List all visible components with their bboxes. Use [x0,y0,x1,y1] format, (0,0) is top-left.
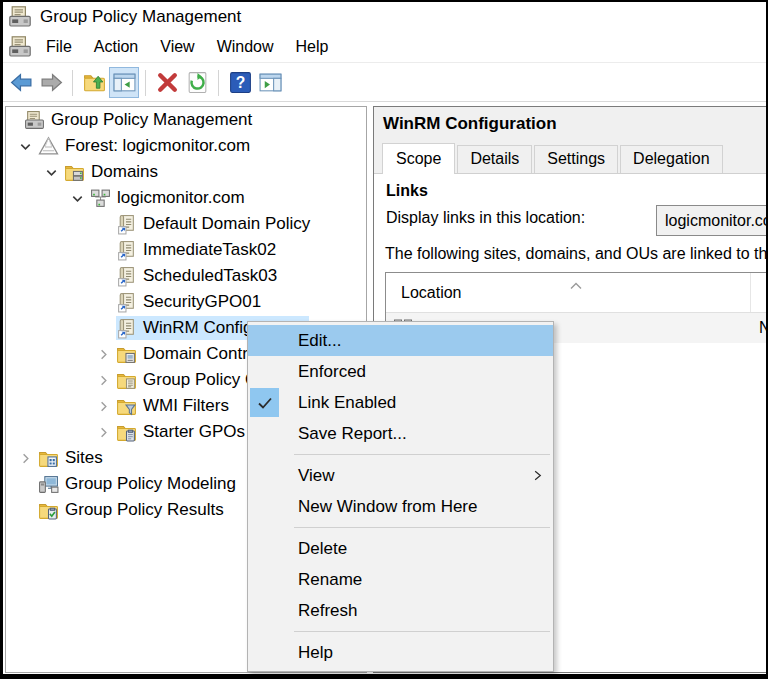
menu-item-label: Rename [298,570,553,590]
tree-item-content: Group Policy Results [38,498,228,522]
refresh-icon [185,70,210,95]
tree-item-logicmonitor-com[interactable]: logicmonitor.com [6,185,366,211]
toolbar-separator [218,70,219,96]
chevron-right-icon[interactable] [90,367,116,393]
tree-item-label: Sites [65,448,103,468]
menu-item-label: View [298,466,530,486]
checked-indicator [248,387,294,418]
tree-item-label: Group Policy Results [65,500,224,520]
tree-item-default-domain-policy[interactable]: Default Domain Policy [6,211,366,237]
gpo-icon [116,292,137,313]
chevron-down-icon[interactable] [12,133,38,159]
linked-items-caption: The following sites, domains, and OUs ar… [385,245,768,263]
location-dropdown[interactable]: logicmonitor.com [656,205,768,236]
menu-item-label: Enforced [298,362,553,382]
menu-item-help[interactable]: Help [248,637,553,668]
gpo-icon [116,318,137,339]
window-title: Group Policy Management [40,7,241,27]
tree-item-label: logicmonitor.com [117,188,245,208]
menu-item-refresh[interactable]: Refresh [248,595,553,626]
menu-bar: FileActionViewWindowHelp [3,32,766,63]
forest-icon [38,136,59,157]
tree-item-content: Group Policy Modeling [38,472,240,496]
menu-item-label: New Window from Here [298,497,553,517]
chevron-down-icon[interactable] [64,185,90,211]
menu-item-new-window-from-here[interactable]: New Window from Here [248,491,553,522]
menu-item-link-enabled[interactable]: Link Enabled [248,387,553,418]
menu-item-rename[interactable]: Rename [248,564,553,595]
tree-item-securitygpo01[interactable]: SecurityGPO01 [6,289,366,315]
tree-item-label: ScheduledTask03 [143,266,277,286]
console-tree-icon [112,70,137,95]
tab-scope[interactable]: Scope [382,143,455,174]
menu-item-gutter [248,491,294,522]
tab-details[interactable]: Details [457,145,532,173]
menu-item-gutter [248,533,294,564]
chevron-right-icon[interactable] [90,341,116,367]
help-icon: ? [228,70,253,95]
chevron-down-icon[interactable] [38,159,64,185]
menu-item-view[interactable]: View [248,460,553,491]
chevron-slot [12,471,38,497]
menu-item-delete[interactable]: Delete [248,533,553,564]
delete-button[interactable] [152,67,182,98]
sites-folder-icon [38,448,59,469]
dc-folder-icon [116,344,137,365]
menu-item-edit[interactable]: Edit... [248,325,553,356]
enforced-cell: No [751,319,768,337]
tree-item-immediatetask02[interactable]: ImmediateTask02 [6,237,366,263]
tree-item-label: WMI Filters [143,396,229,416]
menubar-item-window[interactable]: Window [206,34,285,60]
toolbar: ? [3,64,766,102]
submenu-arrow-icon [530,468,545,483]
menu-item-save-report[interactable]: Save Report... [248,418,553,449]
help-button[interactable]: ? [225,67,255,98]
wmi-folder-icon [116,396,137,417]
column-header-enforced[interactable]: Enforced [751,273,768,312]
console-tree-toggle-button[interactable] [109,67,139,98]
menu-item-gutter [248,564,294,595]
tree-item-content: ScheduledTask03 [116,264,281,288]
tree-item-label: ImmediateTask02 [143,240,276,260]
results-folder-icon [38,500,59,521]
tree-item-forest-logicmonitor-com[interactable]: Forest: logicmonitor.com [6,133,366,159]
forward-button[interactable] [36,67,66,98]
chevron-slot [90,289,116,315]
tree-item-label: Group Policy Management [51,110,252,130]
menubar-item-help[interactable]: Help [285,34,340,60]
refresh-button[interactable] [182,67,212,98]
checkmark-icon [250,388,279,417]
back-button[interactable] [6,67,36,98]
menubar-item-view[interactable]: View [149,34,205,60]
action-pane-icon [258,70,283,95]
tree-item-scheduledtask03[interactable]: ScheduledTask03 [6,263,366,289]
tree-item-domains[interactable]: Domains [6,159,366,185]
menu-item-label: Refresh [298,601,553,621]
console-window-icon[interactable] [8,35,32,59]
menubar-item-file[interactable]: File [35,34,83,60]
tree-item-content: Starter GPOs [116,420,249,444]
chevron-right-icon[interactable] [90,419,116,445]
tab-settings[interactable]: Settings [534,145,618,173]
action-pane-toggle-button[interactable] [255,67,285,98]
tree-item-content: Domains [64,160,162,184]
menu-item-gutter [248,595,294,626]
menu-item-gutter [248,418,294,449]
tree-item-group-policy-management[interactable]: Group Policy Management [6,107,366,133]
display-links-label: Display links in this location: [386,209,585,227]
starter-folder-icon [116,422,137,443]
title-bar: Group Policy Management [3,2,766,32]
domain-icon [90,188,111,209]
chevron-right-icon[interactable] [90,393,116,419]
tree-item-content: logicmonitor.com [90,186,249,210]
tree-item-label: Default Domain Policy [143,214,310,234]
menu-item-enforced[interactable]: Enforced [248,356,553,387]
tab-delegation[interactable]: Delegation [620,145,723,173]
chevron-slot [90,315,116,341]
toolbar-separator [72,70,73,96]
tree-item-label: Domains [91,162,158,182]
chevron-right-icon[interactable] [12,445,38,471]
up-one-level-button[interactable] [79,67,109,98]
menubar-item-action[interactable]: Action [83,34,149,60]
chevron-slot [12,497,38,523]
